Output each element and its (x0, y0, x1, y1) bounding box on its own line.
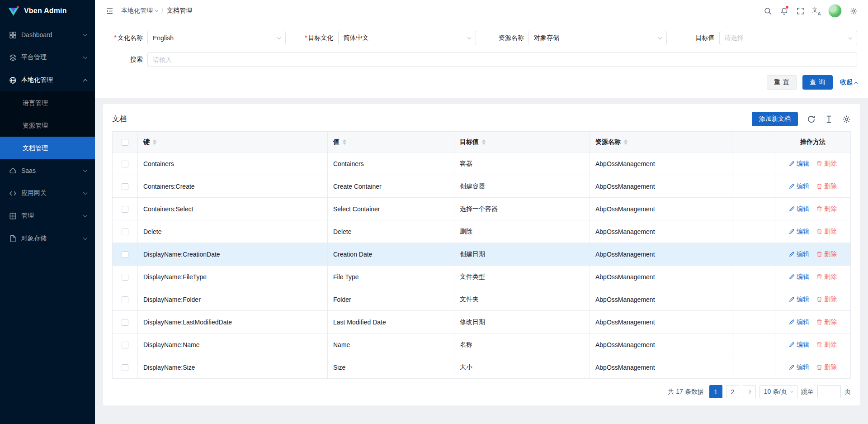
select-all-checkbox[interactable] (122, 139, 128, 146)
edit-button[interactable]: 编辑 (789, 295, 809, 304)
row-height-icon[interactable] (825, 115, 833, 124)
sidebar-subitem-language[interactable]: 语言管理 (0, 91, 95, 114)
delete-button[interactable]: 删除 (816, 273, 837, 281)
reset-button[interactable]: 重 置 (767, 75, 797, 90)
delete-button[interactable]: 删除 (816, 363, 837, 372)
table-row[interactable]: Containers:Create Create Container 创建容器 … (113, 175, 851, 198)
edit-button[interactable]: 编辑 (789, 318, 809, 326)
collapse-link[interactable]: 收起 (840, 78, 857, 86)
edit-button[interactable]: 编辑 (789, 205, 809, 213)
column-settings-icon[interactable] (842, 115, 851, 124)
search-icon[interactable] (760, 0, 776, 22)
sidebar-subitem-label: 资源管理 (23, 122, 48, 129)
target-culture-select[interactable]: 简体中文 (338, 31, 476, 45)
delete-label: 删除 (824, 205, 837, 213)
query-button[interactable]: 查 询 (802, 75, 833, 90)
edit-label: 编辑 (797, 250, 809, 258)
delete-label: 删除 (824, 228, 837, 236)
delete-button[interactable]: 删除 (816, 295, 837, 304)
table-row[interactable]: Containers Containers 容器 AbpOssManagemen… (113, 152, 851, 175)
target-value-select[interactable]: 请选择 (719, 31, 858, 45)
sidebar-item-manage[interactable]: 管理 (0, 205, 95, 227)
breadcrumb-separator: / (161, 7, 163, 14)
localization-icon (9, 76, 17, 84)
sort-icon[interactable] (624, 139, 627, 145)
sort-icon[interactable] (343, 139, 346, 145)
chevron-down-icon (83, 168, 88, 172)
edit-button[interactable]: 编辑 (789, 363, 809, 372)
table-row[interactable]: DisplayName:FileType File Type 文件类型 AbpO… (113, 266, 851, 288)
row-checkbox[interactable] (122, 274, 128, 281)
menu-fold-icon[interactable] (101, 0, 118, 22)
edit-button[interactable]: 编辑 (789, 273, 809, 281)
delete-button[interactable]: 删除 (816, 250, 837, 258)
sort-icon[interactable] (153, 139, 156, 145)
delete-trash-icon (816, 319, 822, 325)
table-row[interactable]: DisplayName:LastModifiedDate Last Modifi… (113, 311, 851, 333)
avatar[interactable] (828, 4, 842, 18)
cell-empty (732, 175, 775, 198)
delete-button[interactable]: 删除 (816, 318, 837, 326)
sidebar-item-platform[interactable]: 平台管理 (0, 46, 95, 69)
fullscreen-icon[interactable] (792, 0, 808, 22)
row-checkbox[interactable] (122, 161, 128, 167)
culture-select[interactable]: English (147, 31, 286, 45)
cell-empty (732, 356, 775, 379)
translate-icon[interactable]: 文A (808, 0, 825, 22)
cell-target: 大小 (454, 356, 590, 379)
page-size-select[interactable]: 10 条/页 (760, 385, 797, 398)
sidebar-subitem-document[interactable]: 文档管理 (0, 137, 95, 159)
column-header-target[interactable]: 目标值 (454, 132, 590, 152)
row-checkbox[interactable] (122, 251, 128, 258)
app-logo[interactable]: Vben Admin (0, 0, 95, 22)
edit-button[interactable]: 编辑 (789, 182, 809, 191)
sort-icon[interactable] (482, 139, 486, 145)
row-checkbox[interactable] (122, 229, 128, 235)
row-checkbox[interactable] (122, 296, 128, 303)
row-checkbox[interactable] (122, 364, 128, 371)
edit-button[interactable]: 编辑 (789, 160, 809, 168)
jump-page-input[interactable] (817, 385, 841, 398)
table-row[interactable]: DisplayName:Folder Folder 文件夹 AbpOssMana… (113, 288, 851, 311)
delete-trash-icon (816, 251, 822, 257)
sidebar-item-saas[interactable]: Saas (0, 159, 95, 182)
refresh-icon[interactable] (807, 115, 816, 124)
resource-select[interactable]: 对象存储 (528, 31, 667, 45)
row-checkbox[interactable] (122, 342, 128, 348)
next-page-button[interactable] (743, 385, 756, 398)
sidebar-subitem-resource[interactable]: 资源管理 (0, 114, 95, 137)
delete-button[interactable]: 删除 (816, 228, 837, 236)
page-button-2[interactable]: 2 (726, 385, 739, 398)
add-document-button[interactable]: 添加新文档 (752, 112, 798, 126)
sidebar-item-gateway[interactable]: 应用网关 (0, 182, 95, 205)
cell-empty (732, 311, 775, 333)
sidebar-item-localization[interactable]: 本地化管理 (0, 69, 95, 91)
sidebar-item-object-storage[interactable]: 对象存储 (0, 227, 95, 250)
edit-button[interactable]: 编辑 (789, 341, 809, 349)
table-row[interactable]: Delete Delete 删除 AbpOssManagement 编辑 删除 (113, 220, 851, 243)
breadcrumb-parent[interactable]: 本地化管理 (121, 7, 158, 15)
column-header-key[interactable]: 键 (138, 132, 328, 152)
column-header-value[interactable]: 值 (328, 132, 454, 152)
table-row[interactable]: Containers:Select Select Container 选择一个容… (113, 198, 851, 220)
bell-icon[interactable] (776, 0, 792, 22)
delete-button[interactable]: 删除 (816, 160, 837, 168)
table-row[interactable]: DisplayName:Size Size 大小 AbpOssManagemen… (113, 356, 851, 379)
search-input[interactable] (147, 52, 857, 67)
sidebar-item-label: 管理 (21, 212, 79, 220)
page-button-1[interactable]: 1 (709, 385, 722, 398)
table-row[interactable]: DisplayName:Name Name 名称 AbpOssManagemen… (113, 333, 851, 356)
row-checkbox[interactable] (122, 319, 128, 326)
delete-button[interactable]: 删除 (816, 182, 837, 191)
form-item-target-value: 目标值 请选择 (678, 31, 858, 45)
delete-button[interactable]: 删除 (816, 341, 837, 349)
edit-button[interactable]: 编辑 (789, 250, 809, 258)
delete-button[interactable]: 删除 (816, 205, 837, 213)
row-checkbox[interactable] (122, 206, 128, 213)
row-checkbox[interactable] (122, 183, 128, 190)
settings-gear-icon[interactable] (845, 0, 862, 22)
column-header-resource[interactable]: 资源名称 (590, 132, 732, 152)
table-row[interactable]: DisplayName:CreationDate Creation Date 创… (113, 243, 851, 266)
edit-button[interactable]: 编辑 (789, 228, 809, 236)
sidebar-item-dashboard[interactable]: Dashboard (0, 24, 95, 46)
